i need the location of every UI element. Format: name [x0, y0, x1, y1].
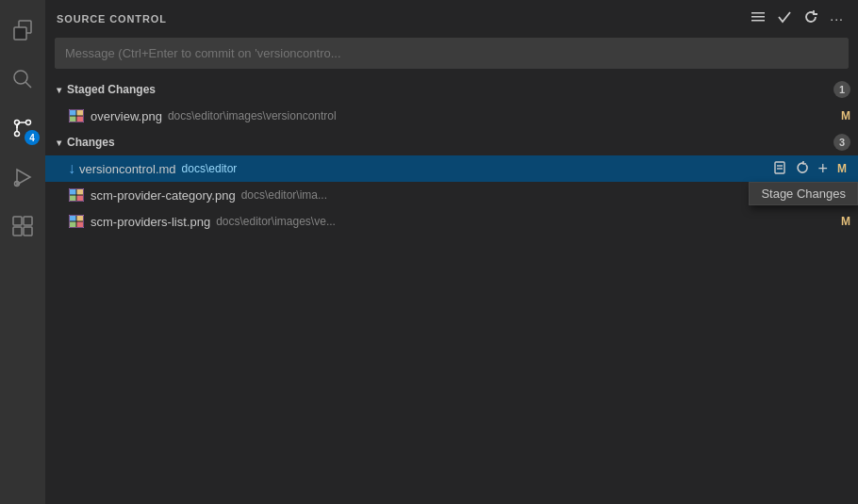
svg-rect-27 — [70, 196, 76, 202]
source-control-icon[interactable]: 4 — [0, 106, 45, 151]
commit-input-area — [55, 38, 849, 69]
changes-chevron: ▾ — [57, 138, 61, 148]
source-control-panel: SOURCE CONTROL ··· — [45, 0, 858, 504]
svg-rect-21 — [775, 162, 784, 173]
svg-rect-33 — [77, 222, 84, 228]
commit-message-input[interactable] — [55, 38, 849, 69]
svg-rect-25 — [70, 189, 76, 195]
stage-changes-plus-icon[interactable]: + — [816, 158, 830, 179]
svg-rect-10 — [24, 217, 32, 225]
staged-filename: overview.png — [91, 109, 162, 123]
changes-filename-2: scm-provider-category.png — [91, 188, 236, 203]
svg-line-3 — [25, 82, 31, 88]
svg-point-6 — [15, 132, 20, 137]
more-actions-icon[interactable]: ··· — [827, 8, 847, 29]
changes-file-row-selected[interactable]: ↓ versioncontrol.md docs\editor — [45, 155, 858, 182]
changes-file-row-3[interactable]: scm-providers-list.png docs\editor\image… — [45, 208, 858, 235]
staged-file-row[interactable]: overview.png docs\editor\images\versionc… — [45, 103, 858, 129]
svg-rect-9 — [13, 217, 22, 225]
svg-rect-13 — [751, 12, 765, 14]
svg-rect-31 — [77, 216, 84, 221]
image-file-icon — [68, 109, 85, 122]
panel-title: SOURCE CONTROL — [57, 13, 167, 24]
staged-changes-count: 1 — [833, 81, 850, 98]
file-list: ▾ Staged Changes 1 overview.png docs\edi… — [45, 76, 858, 504]
panel-header: SOURCE CONTROL ··· — [45, 0, 858, 38]
image-file-icon-2 — [68, 188, 85, 202]
context-menu-stage-label: Stage Changes — [761, 187, 846, 201]
discard-changes-icon[interactable] — [793, 158, 812, 180]
svg-rect-28 — [77, 196, 84, 202]
svg-point-2 — [14, 71, 27, 84]
svg-rect-17 — [70, 110, 76, 116]
changes-filename-3: scm-providers-list.png — [91, 215, 210, 229]
svg-rect-18 — [77, 110, 84, 116]
selected-filepath: docs\editor — [182, 162, 238, 175]
open-file-icon[interactable] — [770, 158, 789, 180]
svg-rect-32 — [70, 222, 76, 228]
svg-rect-15 — [751, 20, 765, 22]
changes-file-row-2[interactable]: scm-provider-category.png docs\editor\im… — [45, 182, 858, 208]
explorer-icon[interactable] — [0, 8, 45, 53]
svg-rect-14 — [751, 16, 765, 18]
staged-filepath: docs\editor\images\versioncontrol — [168, 109, 337, 122]
activity-bar: 4 — [0, 0, 45, 504]
svg-point-5 — [26, 121, 31, 125]
source-control-badge: 4 — [25, 130, 40, 145]
staged-changes-label: Staged Changes — [67, 83, 156, 96]
svg-rect-19 — [70, 117, 76, 122]
refresh-icon[interactable] — [800, 7, 821, 31]
commit-checkmark-icon[interactable] — [774, 7, 795, 31]
svg-rect-30 — [70, 216, 76, 221]
header-actions: ··· — [748, 7, 847, 31]
context-menu[interactable]: Stage Changes — [749, 182, 858, 205]
selected-filename: versioncontrol.md — [79, 162, 176, 176]
extensions-icon[interactable] — [0, 203, 45, 249]
changes-filepath-3: docs\editor\images\ve... — [216, 215, 336, 228]
staged-file-status: M — [841, 109, 850, 122]
svg-rect-12 — [24, 227, 32, 236]
changes-label: Changes — [67, 136, 115, 149]
row-actions: + M — [770, 158, 847, 180]
image-file-icon-3 — [68, 215, 85, 228]
changes-filepath-2: docs\editor\ima... — [241, 188, 327, 202]
run-debug-icon[interactable] — [0, 154, 45, 200]
changes-header[interactable]: ▾ Changes 3 — [45, 129, 858, 155]
svg-rect-1 — [14, 27, 26, 40]
staged-changes-header[interactable]: ▾ Staged Changes 1 — [45, 76, 858, 103]
svg-rect-26 — [77, 189, 84, 195]
list-view-icon[interactable] — [748, 7, 768, 31]
changes-count: 3 — [833, 134, 850, 151]
search-icon[interactable] — [0, 57, 45, 102]
svg-rect-20 — [77, 117, 84, 122]
svg-rect-11 — [13, 227, 22, 236]
staged-changes-chevron: ▾ — [57, 85, 61, 95]
modified-arrow-icon: ↓ — [68, 160, 75, 177]
selected-file-status: M — [837, 162, 847, 175]
changes-file-status-3: M — [841, 215, 850, 228]
